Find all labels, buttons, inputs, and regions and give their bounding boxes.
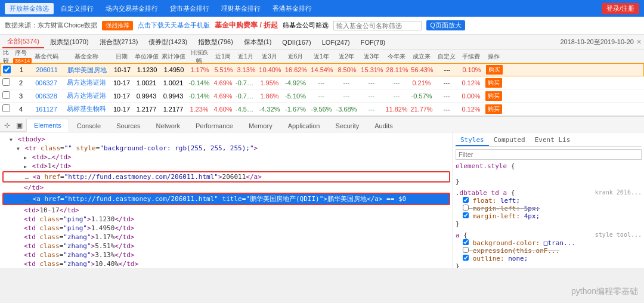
buy-button[interactable]: 购买 [486, 65, 503, 75]
th-since[interactable]: 成立来 [409, 52, 434, 61]
buy-button[interactable]: 购买 [485, 78, 502, 88]
fee-highlight[interactable]: 基金申购费率 / 折起 [215, 20, 278, 30]
login-button[interactable]: 登录/注册 [602, 3, 639, 14]
th-1y[interactable]: 近1年 [309, 52, 334, 61]
download-link[interactable]: 点击下载天天基金手机版 [138, 21, 210, 30]
th-name[interactable]: 基金全称 [63, 52, 110, 61]
elem-tbody[interactable]: <tbody> [2, 135, 450, 144]
prop-margin-new-checkbox[interactable] [463, 212, 469, 218]
cell-code[interactable]: 006328 [30, 92, 63, 100]
th-3m[interactable]: 近3月 [257, 52, 282, 61]
th-fee[interactable]: 手续费 [459, 52, 483, 61]
cell-code[interactable]: 006327 [30, 79, 63, 86]
th-week[interactable]: 近1周 [212, 52, 234, 61]
tab-application[interactable]: Application [280, 119, 328, 132]
elem-td-week[interactable]: <td class="zhang">5.51%</td> [2, 242, 450, 251]
tab-security[interactable]: Security [327, 119, 367, 132]
tab-index[interactable]: 指数型(796) [193, 36, 238, 48]
cell-fee: 0.12% [459, 106, 483, 113]
elem-td-1[interactable]: <td>1</td> [2, 162, 450, 171]
nav-item-finance[interactable]: 理财基金排行 [216, 3, 265, 14]
style-prop-margin-old: margin-left: 5px; [456, 205, 642, 212]
cursor-icon[interactable]: ⊹ [2, 120, 12, 130]
styles-tab-styles[interactable]: Styles [456, 135, 489, 146]
cell-name[interactable]: 易标基生物科 [63, 104, 110, 113]
prop-float-checkbox[interactable] [463, 197, 469, 203]
th-6m[interactable]: 近6月 [282, 52, 309, 61]
tab-performance[interactable]: Performance [188, 119, 241, 132]
row-checkbox[interactable] [2, 78, 10, 86]
cell-6m: -5.10% [282, 92, 309, 100]
th-3y[interactable]: 近3年 [359, 52, 384, 61]
elem-td-close1[interactable]: </td> [2, 183, 450, 192]
tab-audits[interactable]: Audits [367, 119, 401, 132]
elem-td-day[interactable]: <td class="zhang">1.17%</td> [2, 233, 450, 242]
prop-outline-checkbox[interactable] [463, 255, 469, 261]
triangle-td-1[interactable] [24, 162, 27, 170]
nav-item-bond[interactable]: 贷市基金排行 [165, 3, 214, 14]
zoom-button[interactable]: Q页面放大 [426, 20, 465, 30]
nav-item-funds[interactable]: 开放基金筛选 [5, 3, 54, 14]
tab-console[interactable]: Console [69, 119, 109, 132]
elem-td-m3[interactable]: <td class="zhang">10.40%</td> [2, 259, 450, 268]
tab-stock[interactable]: 股票型(1070) [45, 36, 94, 48]
box-icon[interactable]: ▣ [14, 120, 24, 130]
cell-ytd: --- [384, 92, 409, 100]
th-code[interactable]: 基金代码 [30, 52, 63, 61]
styles-tab-event[interactable]: Event Lis [530, 135, 575, 146]
buy-button[interactable]: 购买 [485, 104, 502, 114]
th-date[interactable]: 日期 [110, 52, 133, 61]
triangle-tr[interactable] [17, 144, 20, 152]
company-filter-input[interactable] [333, 21, 422, 30]
styles-tab-computed[interactable]: Computed [489, 135, 530, 146]
row-checkbox[interactable] [2, 104, 10, 112]
tab-network[interactable]: Network [148, 119, 188, 132]
row-checkbox[interactable] [3, 66, 11, 73]
tab-bond[interactable]: 债券型(1423) [144, 36, 192, 48]
styles-filter-input[interactable] [456, 149, 642, 160]
cell-code[interactable]: 161127 [30, 106, 63, 113]
elem-a-name[interactable]: … <a href="http://fund.eastmoney.com/206… [2, 193, 450, 205]
cell-3m: 10.40% [258, 66, 283, 73]
nav-item-hk[interactable]: 香港基金排行 [268, 3, 317, 14]
prop-expr-checkbox[interactable] [463, 247, 469, 253]
tab-capital[interactable]: 保本型(1) [239, 36, 276, 48]
th-nav[interactable]: 单位净值 [133, 52, 160, 61]
cell-date: 10-17 [110, 79, 133, 86]
nav-item-custom[interactable]: 自定义排行 [56, 3, 98, 14]
th-day[interactable]: 日涨跌幅 [187, 50, 212, 65]
th-2y[interactable]: 近2年 [334, 52, 359, 61]
cell-code[interactable]: 206011 [30, 66, 63, 73]
elem-tr[interactable]: <tr class="" style="background-color: rg… [2, 144, 450, 153]
elem-td-accnav[interactable]: <td class="ping">1.4950</td> [2, 224, 450, 233]
th-1m[interactable]: 近1月 [234, 52, 257, 61]
elem-td-dots[interactable]: <td>…</td> [2, 153, 450, 162]
date-close-icon[interactable]: ✕ [636, 38, 642, 46]
prop-bgcolor-checkbox[interactable] [463, 239, 469, 245]
elem-a-code[interactable]: … <a href="http://fund.eastmoney.com/206… [2, 171, 450, 183]
tab-memory[interactable]: Memory [241, 119, 280, 132]
tab-mixed[interactable]: 混合型(2713) [95, 36, 143, 48]
elem-td-m1[interactable]: <td class="zhang">3.13%</td> [2, 251, 450, 259]
tab-elements[interactable]: Elements [26, 119, 69, 132]
cell-name[interactable]: 易方达港证港 [63, 91, 110, 100]
cell-name[interactable]: 鹏华美国房地 [63, 66, 111, 75]
cell-name[interactable]: 易方达港证港 [63, 78, 110, 87]
tab-lof[interactable]: LOF(247) [317, 38, 355, 47]
cell-ytd: --- [384, 79, 409, 86]
triangle-td-dots[interactable] [24, 153, 27, 161]
th-ytd[interactable]: 今年来 [384, 52, 409, 61]
prop-margin-old-checkbox[interactable] [463, 205, 469, 211]
nav-item-market[interactable]: 场内交易基金排行 [101, 3, 163, 14]
elem-td-date[interactable]: <td>10-17</td> [2, 206, 450, 215]
row-checkbox[interactable] [2, 91, 10, 99]
tab-fof[interactable]: FOF(78) [356, 38, 391, 47]
tab-sources[interactable]: Sources [109, 119, 148, 132]
tab-all[interactable]: 全部(5374) [2, 36, 44, 48]
th-custom[interactable]: 自定义 [434, 52, 459, 61]
triangle-tbody[interactable] [10, 135, 13, 143]
tab-qdii[interactable]: QDII(167) [277, 38, 315, 47]
th-accnav[interactable]: 累计净值 [160, 52, 187, 61]
buy-button[interactable]: 购买 [485, 91, 502, 101]
elem-td-nav[interactable]: <td class="ping">1.1230</td> [2, 215, 450, 224]
